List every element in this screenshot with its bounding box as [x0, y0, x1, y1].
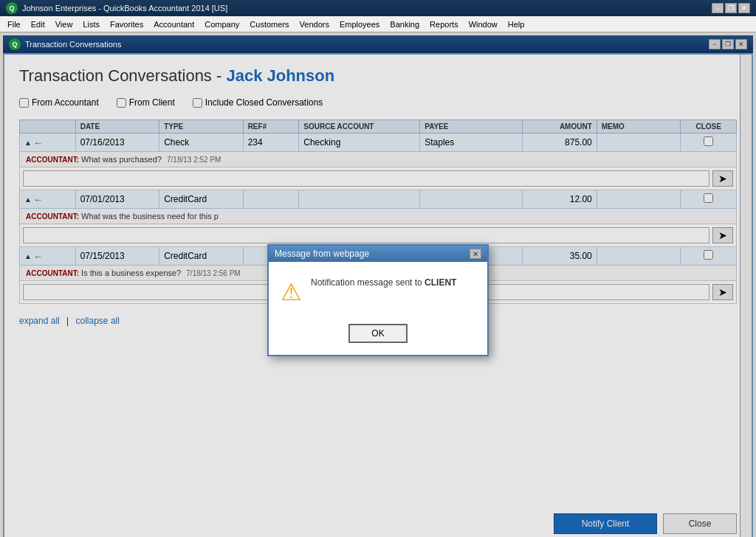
menu-reports[interactable]: Reports [425, 18, 463, 30]
modal-title: Message from webpage [275, 249, 369, 259]
modal-title-bar: Message from webpage ✕ [269, 246, 487, 262]
modal-body: ⚠ Notification message sent to CLIENT [269, 262, 487, 318]
modal-dialog: Message from webpage ✕ ⚠ Notification me… [267, 244, 489, 356]
app-restore-button[interactable]: ❐ [725, 3, 737, 13]
menu-customers[interactable]: Customers [245, 18, 293, 30]
app-title: Johnson Enterprises - QuickBooks Account… [22, 4, 227, 13]
main-window: Transaction Conversations - Jack Johnson… [3, 53, 753, 537]
content-area: Transaction Conversations - Jack Johnson… [4, 55, 752, 537]
app-minimize-button[interactable]: − [712, 3, 724, 13]
menu-file[interactable]: File [3, 18, 25, 30]
ok-button[interactable]: OK [348, 324, 408, 343]
modal-overlay: Message from webpage ✕ ⚠ Notification me… [4, 55, 752, 537]
window-icon: Q [9, 38, 21, 50]
modal-message: Notification message sent to CLIENT [311, 277, 456, 289]
app-title-bar: Q Johnson Enterprises - QuickBooks Accou… [0, 0, 756, 16]
window-restore-button[interactable]: ❐ [722, 39, 734, 49]
menu-company[interactable]: Company [200, 18, 244, 30]
menu-accountant[interactable]: Accountant [149, 18, 199, 30]
modal-message-prefix: Notification message sent to [311, 277, 425, 288]
window-controls: − ❐ ✕ [709, 39, 747, 49]
menu-window[interactable]: Window [464, 18, 502, 30]
modal-footer: OK [269, 318, 487, 355]
warning-icon: ⚠ [281, 278, 302, 306]
window-title-left: Q Transaction Conversations [9, 38, 121, 50]
window-title: Transaction Conversations [25, 40, 121, 49]
menu-favorites[interactable]: Favorites [106, 18, 148, 30]
title-bar-left: Q Johnson Enterprises - QuickBooks Accou… [6, 2, 227, 14]
modal-close-button[interactable]: ✕ [470, 249, 481, 259]
app-close-button[interactable]: ✕ [738, 3, 750, 13]
menu-lists[interactable]: Lists [78, 18, 104, 30]
title-bar-controls: − ❐ ✕ [712, 3, 750, 13]
menu-banking[interactable]: Banking [385, 18, 424, 30]
menu-bar: File Edit View Lists Favorites Accountan… [0, 16, 756, 32]
menu-help[interactable]: Help [504, 18, 529, 30]
app-icon: Q [6, 2, 18, 14]
menu-view[interactable]: View [51, 18, 78, 30]
menu-employees[interactable]: Employees [335, 18, 384, 30]
window-minimize-button[interactable]: − [709, 39, 721, 49]
window-title-bar: Q Transaction Conversations − ❐ ✕ [3, 35, 753, 53]
menu-vendors[interactable]: Vendors [295, 18, 334, 30]
menu-edit[interactable]: Edit [27, 18, 49, 30]
modal-message-highlight: CLIENT [425, 277, 456, 288]
window-close-button[interactable]: ✕ [735, 39, 747, 49]
